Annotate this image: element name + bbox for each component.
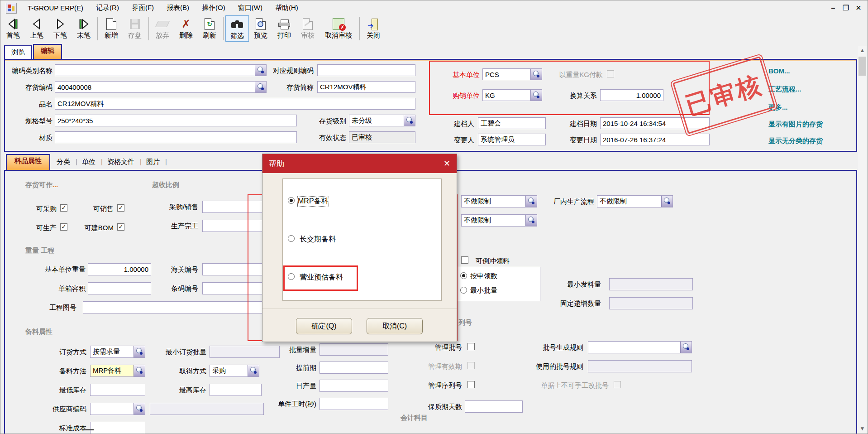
show-unclassified-link[interactable]: 显示无分类的存货: [768, 137, 823, 145]
dialog-radio-sales-forecast-label[interactable]: 营业预估备料: [300, 273, 343, 282]
prep-method-dropdown[interactable]: MRP备料: [90, 365, 145, 377]
bom-link[interactable]: BOM...: [768, 67, 790, 75]
issue-mode-radio-min-batch[interactable]: [460, 287, 467, 294]
material-field[interactable]: [55, 131, 297, 143]
toolbar-prev-button[interactable]: 上笔: [25, 15, 48, 42]
daily-output-field[interactable]: [320, 380, 388, 392]
limit-dropdown-1[interactable]: 不做限制: [461, 195, 537, 207]
toolbar-print-button[interactable]: 打印: [272, 15, 296, 42]
menu-item-operation[interactable]: 操作(O): [196, 2, 232, 14]
window-restore-button[interactable]: ❐: [839, 4, 852, 12]
toolbar-first-button[interactable]: 首笔: [1, 15, 25, 42]
max-stock-field[interactable]: [210, 384, 262, 396]
dialog-radio-long-lead-label[interactable]: 长交期备料: [300, 235, 336, 244]
item-level-field[interactable]: 未分级: [349, 115, 415, 126]
min-order-batch-field[interactable]: [210, 346, 280, 358]
toolbar-cancel-audit-button[interactable]: ✗ 取消审核: [320, 15, 358, 42]
base-unit-weight-field[interactable]: 1.00000: [88, 263, 151, 275]
scroll-down-icon[interactable]: ▼: [858, 424, 867, 434]
item-name-field[interactable]: CR12MOV精料: [55, 98, 415, 110]
item-abbr-field[interactable]: CR12MOV精料: [317, 81, 415, 93]
bom-allowed-checkbox[interactable]: [117, 223, 124, 231]
subtab-classification[interactable]: 分类: [57, 158, 70, 166]
toolbar-last-button[interactable]: 末笔: [72, 15, 95, 42]
subtab-qualification-file[interactable]: 资格文件: [107, 158, 134, 166]
subtab-item-attributes[interactable]: 料品属性: [6, 154, 50, 170]
shelf-life-days-field[interactable]: [465, 400, 523, 413]
order-mode-dropdown[interactable]: 按需求量: [90, 346, 145, 358]
no-manual-batch-checkbox[interactable]: [614, 381, 621, 388]
lookup-icon[interactable]: [134, 365, 145, 376]
manage-validity-checkbox[interactable]: [467, 362, 475, 369]
factory-flow-dropdown[interactable]: 不做限制: [597, 195, 673, 207]
lookup-icon[interactable]: [661, 196, 672, 207]
spec-field[interactable]: 250*240*35: [55, 115, 297, 126]
min-stock-field[interactable]: [90, 384, 145, 396]
lookup-icon[interactable]: [525, 196, 537, 207]
subtab-unit[interactable]: 单位: [82, 158, 95, 166]
purchasable-checkbox[interactable]: [60, 204, 67, 212]
std-cost-field[interactable]: [90, 422, 145, 434]
toolbar-preview-button[interactable]: 预览: [249, 15, 272, 42]
process-flow-link[interactable]: 工艺流程...: [768, 85, 801, 94]
menu-item-window[interactable]: 窗口(W): [232, 2, 269, 14]
rule-code-field[interactable]: [317, 64, 415, 76]
backflush-checkbox[interactable]: [461, 256, 468, 264]
lookup-icon[interactable]: [255, 82, 266, 92]
sellable-checkbox[interactable]: [117, 204, 124, 212]
toolbar-refresh-button[interactable]: ↻ 刷新: [198, 15, 221, 42]
dialog-radio-sales-forecast[interactable]: [288, 273, 295, 280]
producible-checkbox[interactable]: [60, 223, 67, 231]
manage-serial-checkbox[interactable]: [467, 381, 475, 388]
supplier-code-dropdown[interactable]: [90, 403, 145, 415]
lookup-icon[interactable]: [134, 403, 145, 415]
dialog-ok-button[interactable]: 确定(Q): [296, 318, 352, 334]
subtab-image[interactable]: 图片: [146, 158, 160, 166]
item-code-field[interactable]: 400400008: [55, 81, 267, 93]
unit-work-time-field[interactable]: [320, 398, 388, 410]
toolbar-new-button[interactable]: 新增: [100, 15, 123, 42]
lookup-icon[interactable]: [525, 215, 537, 226]
show-with-image-link[interactable]: 显示有图片的存货: [768, 120, 823, 129]
menu-item-report[interactable]: 报表(B): [160, 2, 196, 14]
limit-dropdown-2[interactable]: 不做限制: [461, 214, 537, 227]
lookup-icon[interactable]: [680, 342, 692, 353]
toolbar-close-button[interactable]: ➔ 关闭: [362, 15, 385, 42]
dialog-radio-long-lead[interactable]: [288, 235, 295, 242]
coding-class-field[interactable]: [55, 64, 267, 76]
manage-batch-checkbox[interactable]: [467, 343, 475, 350]
menu-item-help[interactable]: 帮助(H): [269, 2, 305, 14]
lookup-icon[interactable]: [248, 365, 259, 376]
lookup-icon[interactable]: [404, 115, 415, 126]
window-close-button[interactable]: ✕: [852, 4, 865, 12]
vertical-scrollbar[interactable]: ▲ ▼: [858, 46, 867, 434]
menu-item-interface[interactable]: 界面(F): [125, 2, 160, 14]
menu-item-tgroup-erp[interactable]: T-GROUP ERP(E): [21, 2, 90, 14]
dialog-radio-mrp[interactable]: [288, 197, 295, 204]
tab-edit[interactable]: 编辑: [33, 44, 62, 59]
dialog-cancel-button[interactable]: 取消(C): [367, 318, 423, 334]
batch-increment-field[interactable]: [320, 343, 388, 356]
box-volume-field[interactable]: [88, 282, 151, 294]
tab-browse[interactable]: 浏览: [4, 45, 32, 59]
window-minimize-button[interactable]: –: [827, 4, 839, 12]
toolbar-discard-button[interactable]: 放弃: [151, 15, 174, 42]
toolbar-save-button[interactable]: 存盘: [123, 15, 147, 42]
acquire-mode-dropdown[interactable]: 采购: [210, 365, 259, 377]
toolbar-delete-button[interactable]: ✗ 删除: [174, 15, 198, 42]
scroll-up-icon[interactable]: ▲: [858, 46, 867, 55]
toolbar-next-button[interactable]: 下笔: [48, 15, 72, 42]
issue-mode-radio-by-request[interactable]: [460, 272, 467, 279]
fixed-increment-field[interactable]: [609, 297, 693, 309]
lookup-icon[interactable]: [134, 346, 145, 357]
dialog-close-icon[interactable]: ✕: [444, 159, 450, 169]
menu-item-record[interactable]: 记录(R): [90, 2, 125, 14]
toolbar-audit-button[interactable]: 审核: [296, 15, 320, 42]
dialog-radio-mrp-label[interactable]: MRP备料: [298, 197, 329, 206]
toolbar-filter-button[interactable]: 筛选: [225, 15, 249, 42]
lead-time-field[interactable]: [320, 362, 388, 374]
scrollbar-thumb[interactable]: [858, 57, 866, 76]
help-dialog-titlebar[interactable]: 帮助 ✕: [262, 154, 457, 173]
batch-rule-dropdown[interactable]: [588, 341, 692, 353]
min-issue-qty-field[interactable]: [609, 278, 693, 290]
